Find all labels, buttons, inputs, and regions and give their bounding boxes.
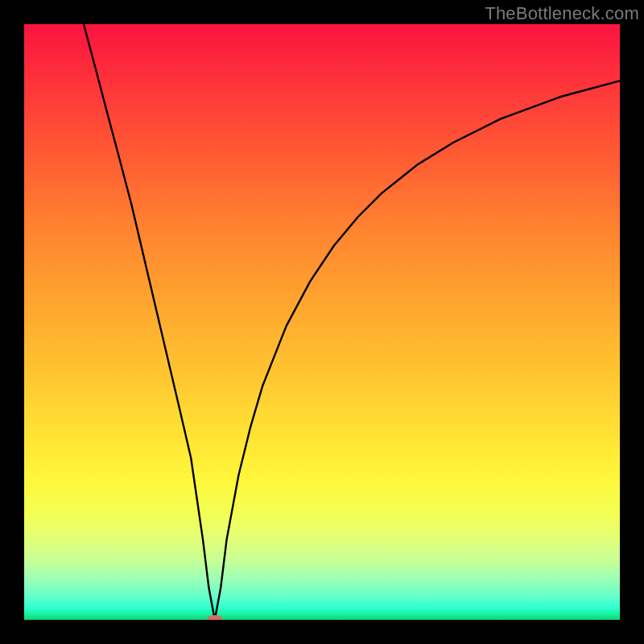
curve-layer xyxy=(24,24,620,620)
watermark-text: TheBottleneck.com xyxy=(485,3,639,24)
plot-area xyxy=(24,24,620,620)
minimum-marker xyxy=(207,615,223,620)
chart-frame: TheBottleneck.com xyxy=(0,0,644,644)
bottleneck-curve xyxy=(84,24,620,620)
